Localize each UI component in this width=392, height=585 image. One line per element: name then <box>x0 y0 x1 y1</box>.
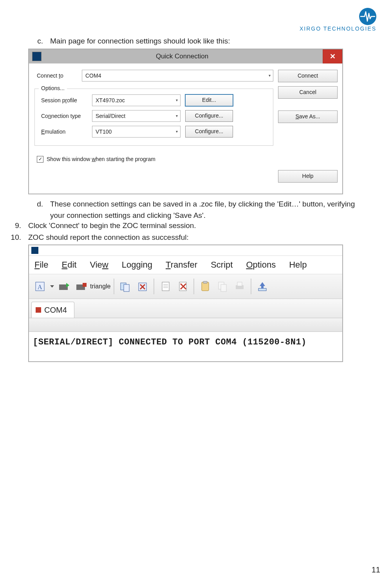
svg-rect-19 <box>203 281 207 283</box>
terminal-output-area: [SERIAL/DIRECT] CONNECTED TO PORT COM4 (… <box>29 332 342 361</box>
terminal-output-line: [SERIAL/DIRECT] CONNECTED TO PORT COM4 (… <box>33 337 338 347</box>
emulation-label: Emulation <box>40 129 92 135</box>
connect-to-label: Connect to <box>34 72 82 79</box>
toolbar-print-icon[interactable] <box>232 279 247 294</box>
menu-transfer[interactable]: Transfer <box>166 260 197 270</box>
emulation-combo[interactable]: VT100 ▾ <box>92 126 181 138</box>
chevron-down-icon: ▾ <box>176 98 178 102</box>
app-icon <box>31 247 38 254</box>
session-profile-combo[interactable]: XT4970.zoc ▾ <box>92 94 181 106</box>
svg-rect-7 <box>124 284 129 292</box>
dialog-title: Quick Connection <box>42 53 323 60</box>
close-button[interactable]: ✕ <box>323 49 342 63</box>
page-number: 11 <box>372 565 380 574</box>
toolbar-disconnect-icon[interactable] <box>73 279 89 294</box>
app-icon <box>32 52 42 61</box>
session-profile-label: Session profile <box>40 97 92 103</box>
list-text-c: Main page for connection settings should… <box>50 36 380 46</box>
list-marker-d: d. <box>16 199 50 209</box>
tab-label: COM4 <box>44 306 67 315</box>
cancel-button[interactable]: Cancel <box>278 86 338 99</box>
list-marker-9: 9. <box>0 221 28 231</box>
toolbar-connect-icon[interactable] <box>56 279 71 294</box>
menu-edit[interactable]: Edit <box>61 260 76 270</box>
tab-bar: COM4 <box>29 299 342 318</box>
toolbar-copy-icon[interactable] <box>215 279 230 294</box>
tab-com4[interactable]: COM4 <box>31 302 74 318</box>
toolbar-tabs-icon[interactable] <box>117 279 133 294</box>
tab-status-icon <box>36 307 41 313</box>
svg-rect-5 <box>83 283 87 287</box>
toolbar-dropdown-icon[interactable] <box>50 285 54 288</box>
edit-button[interactable]: Edit... <box>185 94 233 106</box>
toolbar-download-icon[interactable] <box>255 279 270 294</box>
address-bar <box>29 318 342 332</box>
menu-script[interactable]: Script <box>211 260 233 270</box>
toolbar-doc-cancel-icon[interactable] <box>175 279 190 294</box>
toolbar-paste-icon[interactable] <box>197 279 213 294</box>
zoc-terminal-window: File Edit View Logging Transfer Script O… <box>28 245 343 362</box>
svg-text:A: A <box>38 284 42 290</box>
connect-button[interactable]: Connect <box>278 70 338 82</box>
list-text-d-line1: These connection settings can be saved i… <box>50 199 380 209</box>
chevron-down-icon: ▾ <box>269 73 271 78</box>
svg-rect-23 <box>237 282 242 286</box>
configure-emulation-button[interactable]: Configure... <box>185 126 233 138</box>
list-text-9: Clock 'Connect' to begin the ZOC termina… <box>28 221 380 231</box>
list-text-10: ZOC should report the connection as succ… <box>28 232 380 243</box>
connect-to-combo[interactable]: COM4 ▾ <box>82 70 273 82</box>
connection-type-value: Serial/Direct <box>96 113 125 119</box>
options-legend: Options... <box>39 85 67 91</box>
chevron-down-icon: ▾ <box>176 129 178 134</box>
dialog-titlebar: Quick Connection ✕ <box>29 49 342 63</box>
logo-icon <box>359 8 376 25</box>
emulation-value: VT100 <box>96 129 112 135</box>
connection-type-label: Connection type <box>40 113 92 119</box>
svg-rect-11 <box>162 282 169 291</box>
list-marker-10: 10. <box>0 232 28 243</box>
logo-text: XIRGO TECHNOLOGIES <box>300 25 376 32</box>
toolbar-addressbook-icon[interactable]: A <box>32 279 48 294</box>
menu-bar: File Edit View Logging Transfer Script O… <box>29 256 342 274</box>
show-on-start-label: Show this window when starting the progr… <box>47 156 155 162</box>
list-text-d-line2: your connection settings and clicking 'S… <box>50 210 380 221</box>
menu-file[interactable]: File <box>34 260 48 270</box>
chevron-down-icon: ▾ <box>176 114 178 118</box>
show-on-start-checkbox[interactable]: ✓ <box>37 156 43 163</box>
svg-rect-21 <box>221 284 226 292</box>
svg-marker-25 <box>260 282 265 288</box>
options-fieldset: Options... Session profile XT4970.zoc ▾ … <box>34 89 273 146</box>
toolbar-doc-icon[interactable] <box>157 279 173 294</box>
quick-connection-dialog: Quick Connection ✕ Connect to COM4 ▾ Opt… <box>28 49 343 194</box>
menu-view[interactable]: View <box>90 260 108 270</box>
svg-rect-24 <box>258 288 266 291</box>
session-profile-value: XT4970.zoc <box>96 97 125 103</box>
menu-options[interactable]: Options <box>246 260 276 270</box>
toolbar: A triangle <box>29 274 342 299</box>
toolbar-close-tab-icon[interactable] <box>135 279 150 294</box>
save-as-button[interactable]: Save As... <box>278 110 338 123</box>
menu-help[interactable]: Help <box>289 260 307 270</box>
help-button[interactable]: Help <box>278 170 338 183</box>
connection-type-combo[interactable]: Serial/Direct ▾ <box>92 110 181 122</box>
header-logo: XIRGO TECHNOLOGIES <box>12 8 380 32</box>
connect-to-value: COM4 <box>85 72 101 79</box>
terminal-titlebar <box>29 245 342 256</box>
menu-logging[interactable]: Logging <box>122 260 152 270</box>
configure-connection-button[interactable]: Configure... <box>185 110 233 122</box>
list-marker-c: c. <box>16 36 50 46</box>
